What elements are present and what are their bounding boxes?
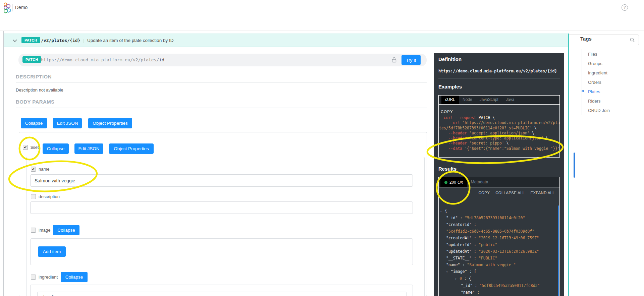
- examples-tab-bar: cURLNodeJavaScriptJava: [439, 96, 559, 105]
- status-200-tab[interactable]: 200 OK: [440, 177, 467, 187]
- url-id-param: id: [159, 57, 164, 62]
- lock-icon: [392, 57, 396, 63]
- api-portal-screen: Demo ? All Categories PATCH /v2/plates/{…: [0, 0, 644, 296]
- body-params-heading: BODY PARAMS: [16, 99, 427, 108]
- ingredient-item-label: item 1: [42, 294, 54, 296]
- description-checkbox[interactable]: [31, 194, 36, 199]
- search-icon[interactable]: [630, 38, 635, 43]
- request-url-bar: PATCH https://demo.cloud.mia-platform.eu…: [18, 54, 427, 66]
- endpoint-header[interactable]: PATCH /v2/plates/{id} | Update an item o…: [4, 34, 568, 47]
- panel-divider: [438, 78, 560, 79]
- name-input[interactable]: [30, 174, 413, 187]
- results-collapse-all-button[interactable]: COLLAPSE ALL: [495, 191, 525, 195]
- json-line: "__STATE__" : "PUBLIC": [440, 255, 549, 261]
- curl-code-line: --header 'accept: application/json' \: [439, 131, 560, 136]
- endpoint-card-right-border: [568, 34, 569, 296]
- json-line: ▾{: [440, 208, 549, 215]
- examples-tab-node[interactable]: Node: [459, 96, 476, 104]
- ingredient-collapse-button[interactable]: Collapse: [61, 272, 88, 282]
- metadata-tab[interactable]: Metadata: [467, 177, 491, 187]
- try-it-button[interactable]: Try It: [401, 55, 421, 65]
- json-line: "creatorId" :: [440, 221, 549, 228]
- add-item-button[interactable]: Add item: [38, 246, 66, 257]
- image-field-label: image: [39, 228, 50, 233]
- tag-item-orders[interactable]: Orders: [588, 77, 610, 87]
- ingredient-checkbox[interactable]: [31, 275, 36, 280]
- description-field-label: description: [39, 194, 60, 199]
- set-collapse-button[interactable]: Collapse: [43, 143, 69, 154]
- results-expand-all-button[interactable]: EXPAND ALL: [531, 191, 555, 195]
- edit-json-button[interactable]: Edit JSON: [53, 118, 82, 128]
- json-line: "updaterId" : "public": [440, 241, 549, 248]
- endpoint-path: /v2/plates/{id}: [41, 38, 80, 43]
- response-json-tree: ▾{"_id" : "5df78b5287393f00114e0f20""cre…: [440, 205, 549, 296]
- results-toolbar: COPYCOLLAPSE ALLEXPAND ALL: [478, 191, 555, 195]
- ingredient-item-panel: item 1: [37, 292, 407, 296]
- examples-tab-curl[interactable]: cURL: [441, 96, 459, 104]
- tag-item-files[interactable]: Files: [588, 49, 610, 59]
- expand-arrow-icon[interactable]: ▾: [446, 269, 451, 275]
- description-input[interactable]: [30, 201, 413, 214]
- tag-item-riders[interactable]: Riders: [588, 96, 610, 106]
- examples-tab-java[interactable]: Java: [502, 96, 518, 104]
- results-box: 200 OK Metadata COPYCOLLAPSE ALLEXPAND A…: [438, 177, 560, 296]
- object-properties-button[interactable]: Object Properties: [88, 118, 132, 128]
- curl-code-line: --data '{"$set":{"name":"Salmon with veg…: [439, 146, 560, 151]
- status-code: 200: [449, 180, 456, 185]
- logo-divider: [12, 4, 13, 11]
- json-line: ▾0 : {: [440, 275, 549, 282]
- curl-code-block: curl --request PATCH \ --url 'https://de…: [439, 115, 560, 151]
- results-copy-button[interactable]: COPY: [478, 191, 490, 195]
- description-text: Description not available: [16, 87, 63, 93]
- expand-arrow-icon[interactable]: ▾: [455, 276, 460, 282]
- endpoint-card-left-border: [3, 31, 4, 296]
- set-field-label: $set: [31, 145, 39, 150]
- json-line: "name" : "Salmon with veggie ": [440, 261, 549, 268]
- tags-heading: Tags: [580, 36, 592, 42]
- examples-tab-javascript[interactable]: JavaScript: [476, 96, 502, 104]
- json-line: "createdAt" : "2019-12-16T13:49:06.759Z": [440, 235, 549, 241]
- json-line: "updatedAt" : "2020-03-13T16:20:26.983Z": [440, 248, 549, 255]
- image-checkbox[interactable]: [31, 228, 36, 233]
- curl-code-line: --header 'secret: pippo' \: [439, 141, 560, 146]
- endpoint-summary: Update an item of the plate collection b…: [87, 38, 173, 43]
- curl-code-line: --url 'https://demo.cloud.mia-platform.e…: [439, 120, 560, 125]
- header-separator: |: [83, 38, 84, 43]
- set-edit-json-button[interactable]: Edit JSON: [74, 143, 103, 154]
- help-icon[interactable]: ?: [622, 4, 628, 11]
- status-green-dot-icon: [444, 181, 447, 184]
- description-heading: DESCRIPTION: [16, 74, 427, 83]
- collapse-button[interactable]: Collapse: [21, 118, 47, 128]
- method-badge: PATCH: [22, 56, 41, 63]
- top-bar: Demo ?: [0, 0, 644, 15]
- json-line: "_id" : "5df78b5287393f00114e0f20": [440, 215, 549, 221]
- collapse-chevron-icon[interactable]: [13, 39, 17, 42]
- name-field-label: name: [39, 167, 50, 172]
- active-tag-bullet: [582, 90, 584, 92]
- method-badge: PATCH: [21, 37, 40, 43]
- ingredient-array-panel: item 1: [30, 285, 413, 296]
- set-checkbox[interactable]: ✔: [23, 145, 28, 150]
- examples-copy-button[interactable]: COPY: [441, 110, 453, 114]
- definition-heading: Definition: [438, 56, 462, 62]
- tag-item-ingredient[interactable]: Ingredient: [588, 68, 610, 77]
- tags-list: FilesGroupsIngredientOrdersPlatesRidersC…: [588, 49, 610, 115]
- tag-item-groups[interactable]: Groups: [588, 59, 610, 68]
- filter-bar: All Categories: [0, 15, 644, 31]
- request-url: https://demo.cloud.mia-platform.eu/v2/pl…: [41, 57, 164, 62]
- curl-code-line: --header 'content-type: application/json…: [439, 136, 560, 141]
- curl-code-line: tes/5df78b5287393f00114e0f20?_st=PUBLIC'…: [439, 126, 560, 131]
- tag-item-plates[interactable]: Plates: [588, 87, 610, 96]
- examples-heading: Examples: [438, 84, 462, 90]
- json-line: "name" :: [440, 289, 549, 296]
- set-object-properties-button[interactable]: Object Properties: [109, 143, 154, 154]
- status-text: OK: [458, 180, 463, 185]
- tag-item-crud-join[interactable]: CRUD Join: [588, 106, 610, 115]
- page-scrollbar-thumb[interactable]: [574, 153, 575, 178]
- image-collapse-button[interactable]: Collapse: [53, 225, 79, 235]
- expand-arrow-icon[interactable]: ▾: [440, 208, 445, 215]
- results-scrollbar-thumb[interactable]: [558, 205, 559, 296]
- name-checkbox[interactable]: ✔: [31, 167, 36, 172]
- json-line: "5c4fd1d2-c6d8-4c65-8885-0b74f0309d0f": [440, 228, 549, 235]
- documentation-panel: Definition https://demo.cloud.mia-platfo…: [434, 53, 564, 296]
